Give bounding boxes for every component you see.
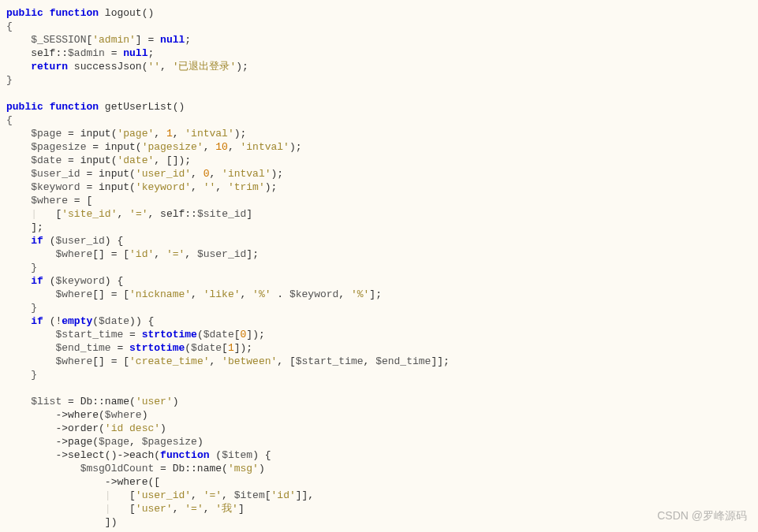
line: $start_time = strtotime($date[0]);	[6, 329, 265, 340]
line: ->where($where)	[6, 409, 147, 421]
blank-line	[6, 382, 13, 394]
line: public function getUserList()	[6, 101, 185, 113]
line: $user_id = input('user_id', 0, 'intval')…	[6, 168, 283, 180]
line: public function logout()	[6, 7, 154, 19]
line: ->where([	[6, 476, 160, 488]
line: $msgOldCount = Db::name('msg')	[6, 463, 265, 474]
code-block: public function logout() { $_SESSION['ad…	[6, 6, 752, 529]
line: {	[6, 20, 13, 32]
line: $pagesize = input('pagesize', 10, 'intva…	[6, 141, 302, 153]
line: if (!empty($date)) {	[6, 315, 154, 327]
line: | ['user_id', '=', $item['id']],	[6, 489, 314, 501]
line: $date = input('date', []);	[6, 154, 191, 166]
line: }	[6, 302, 37, 314]
line: self::$admin = null;	[6, 47, 154, 59]
line: }	[6, 369, 37, 381]
line: }	[6, 74, 13, 86]
line: $keyword = input('keyword', '', 'trim');	[6, 181, 277, 193]
line: $where = [	[6, 195, 92, 206]
line: ->order('id desc')	[6, 422, 166, 434]
line: $where[] = ['id', '=', $user_id];	[6, 248, 259, 260]
line: ];	[6, 221, 43, 233]
line: }	[6, 262, 37, 273]
line: $end_time = strtotime($date[1]);	[6, 342, 252, 354]
line: $page = input('page', 1, 'intval');	[6, 128, 246, 140]
line: ->select()->each(function ($item) {	[6, 449, 271, 461]
line: | ['site_id', '=', self::$site_id]	[6, 208, 252, 220]
line: if ($user_id) {	[6, 235, 123, 247]
line: $_SESSION['admin'] = null;	[6, 34, 191, 46]
blank-line	[6, 87, 13, 99]
line: | ['user', '=', '我']	[6, 503, 245, 515]
line: if ($keyword) {	[6, 275, 123, 287]
line: $list = Db::name('user')	[6, 396, 179, 407]
line: $where[] = ['nickname', 'like', '%' . $k…	[6, 288, 382, 300]
line: ])	[6, 516, 117, 528]
line: return successJson('', '已退出登录');	[6, 61, 248, 73]
line: {	[6, 114, 13, 126]
line: ->page($page, $pagesize)	[6, 436, 204, 448]
line: $where[] = ['create_time', 'between', [$…	[6, 355, 450, 367]
